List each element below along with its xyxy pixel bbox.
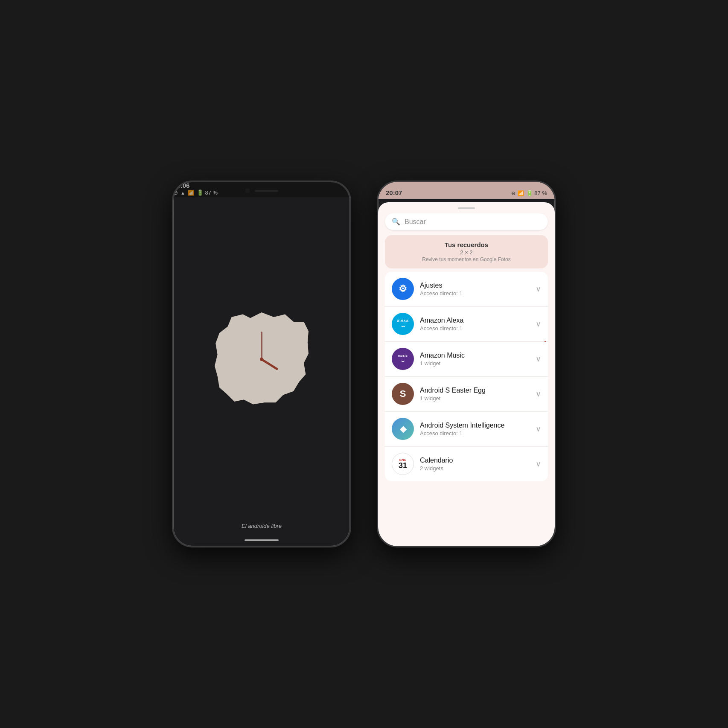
- search-placeholder: Buscar: [405, 218, 426, 226]
- app-icon-calendar: ENE 31: [392, 453, 414, 475]
- music-text: music: [398, 354, 408, 357]
- app-item-alexa[interactable]: alexa ⌣ Amazon Alexa Acceso directo: 1 ∨: [385, 307, 548, 341]
- app-subtitle-ajustes: Acceso directo: 1: [420, 290, 536, 297]
- calendar-date: 31: [399, 462, 407, 470]
- app-icon-music: music ⌣: [392, 348, 414, 370]
- featured-title: Tus recuerdos: [391, 241, 542, 248]
- status-time-picker: 20:07: [386, 189, 402, 196]
- watermark: El androide libre: [242, 523, 282, 529]
- app-icon-easter: S: [392, 383, 414, 405]
- chevron-icon-ajustes: ∨: [536, 284, 541, 294]
- picker-handle: [458, 207, 475, 209]
- status-icons-picker: ⊖ 📶 🔋 87 %: [511, 190, 547, 196]
- search-bar[interactable]: 🔍 Buscar: [385, 213, 548, 230]
- app-info-easter: Android S Easter Egg 1 widget: [420, 387, 536, 402]
- wifi-icon-2: 📶: [518, 190, 524, 196]
- alexa-text: alexa: [397, 318, 409, 323]
- clock-face: [227, 325, 296, 393]
- app-subtitle-alexa: Acceso directo: 1: [420, 325, 536, 332]
- chevron-icon-music: ∨: [536, 354, 541, 364]
- alexa-wave: ⌣: [401, 323, 405, 330]
- app-info-calendar: Calendario 2 widgets: [420, 457, 536, 472]
- speaker: [255, 190, 278, 192]
- home-indicator[interactable]: [245, 539, 279, 541]
- chevron-icon-alexa: ∨: [536, 319, 541, 329]
- app-list: ⚙ Ajustes Acceso directo: 1 ∨ alexa ⌣: [385, 272, 548, 481]
- camera-hole: [245, 189, 250, 193]
- music-wave: ⌣: [401, 358, 405, 364]
- app-icon-ajustes: ⚙: [392, 278, 414, 300]
- app-subtitle-music: 1 widget: [420, 360, 536, 367]
- app-name-intelligence: Android System Intelligence: [420, 422, 536, 429]
- chevron-icon-easter: ∨: [536, 389, 541, 399]
- app-info-ajustes: Ajustes Acceso directo: 1: [420, 282, 536, 297]
- app-subtitle-intelligence: Acceso directo: 1: [420, 430, 536, 437]
- app-icon-alexa: alexa ⌣: [392, 313, 414, 335]
- app-info-music: Amazon Music 1 widget: [420, 352, 536, 367]
- app-name-ajustes: Ajustes: [420, 282, 536, 289]
- app-info-alexa: Amazon Alexa Acceso directo: 1: [420, 317, 536, 332]
- app-subtitle-calendar: 2 widgets: [420, 465, 536, 472]
- phone-lockscreen: 20:06 ⊖ ▲ 📶 🔋 87 % El a: [172, 181, 351, 547]
- featured-section: Tus recuerdos 2 × 2 Revive tus momentos …: [385, 235, 548, 268]
- hour-hand: [261, 358, 279, 370]
- app-name-music: Amazon Music: [420, 352, 536, 359]
- app-info-intelligence: Android System Intelligence Acceso direc…: [420, 422, 536, 437]
- featured-description: Revive tus momentos en Google Fotos: [391, 256, 542, 262]
- app-name-easter: Android S Easter Egg: [420, 387, 536, 394]
- chevron-icon-calendar: ∨: [536, 459, 541, 469]
- app-name-calendar: Calendario: [420, 457, 536, 464]
- settings-icon: ⚙: [399, 283, 407, 294]
- app-item-intelligence[interactable]: ◆ Android System Intelligence Acceso dir…: [385, 412, 548, 446]
- minute-hand: [261, 332, 262, 359]
- battery-text-2: 🔋 87 %: [526, 190, 547, 196]
- chevron-icon-intelligence: ∨: [536, 424, 541, 434]
- app-icon-intelligence: ◆: [392, 418, 414, 440]
- app-item-music[interactable]: music ⌣ Amazon Music 1 widget ∨: [385, 342, 548, 376]
- app-subtitle-easter: 1 widget: [420, 395, 536, 402]
- clock-center-dot: [260, 358, 263, 361]
- phone-widget-picker: 20:07 ⊖ 📶 🔋 87 % 🔍 Buscar Tus recuerdos …: [377, 181, 556, 547]
- widget-picker-panel: 🔍 Buscar Tus recuerdos 2 × 2 Revive tus …: [378, 202, 555, 546]
- app-item-ajustes[interactable]: ⚙ Ajustes Acceso directo: 1 ∨: [385, 272, 548, 306]
- app-item-easter[interactable]: S Android S Easter Egg 1 widget ∨: [385, 377, 548, 411]
- dnd-icon-2: ⊖: [511, 190, 515, 196]
- app-name-alexa: Amazon Alexa: [420, 317, 536, 324]
- status-bar-picker: 20:07 ⊖ 📶 🔋 87 %: [378, 182, 555, 199]
- app-item-calendar[interactable]: ENE 31 Calendario 2 widgets ∨: [385, 447, 548, 481]
- search-icon: 🔍: [392, 218, 400, 226]
- easter-icon: S: [400, 388, 406, 399]
- clock-widget: [215, 312, 309, 406]
- intel-icon: ◆: [400, 424, 406, 434]
- clock-badge: [215, 312, 309, 406]
- featured-size: 2 × 2: [391, 249, 542, 256]
